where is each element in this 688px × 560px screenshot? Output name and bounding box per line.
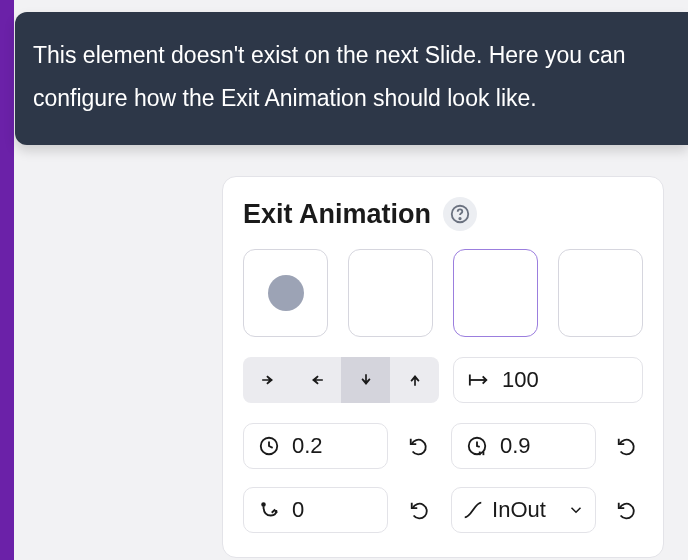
duration-field[interactable]: 0.2 — [243, 423, 388, 469]
animation-type-option-4[interactable] — [558, 249, 643, 337]
svg-point-1 — [459, 218, 460, 219]
delay-value: 0.9 — [500, 433, 581, 459]
animation-type-fade[interactable] — [243, 249, 328, 337]
exit-animation-panel: Exit Animation — [222, 176, 664, 558]
tooltip-text: This element doesn't exist on the next S… — [33, 42, 626, 111]
reset-easing[interactable] — [612, 494, 643, 526]
chevron-down-icon — [567, 501, 585, 519]
reset-delay[interactable] — [612, 430, 643, 462]
bounce-icon — [258, 499, 280, 521]
animation-type-option-2[interactable] — [348, 249, 433, 337]
panel-title: Exit Animation — [243, 199, 431, 230]
bounces-value: 0 — [292, 497, 373, 523]
delay-field[interactable]: 0.9 — [451, 423, 596, 469]
bounces-field[interactable]: 0 — [243, 487, 388, 533]
app-accent-bar — [0, 0, 14, 560]
distance-value: 100 — [502, 367, 539, 393]
clock-icon — [258, 435, 280, 457]
help-icon[interactable] — [443, 197, 477, 231]
clock-pause-icon — [466, 435, 488, 457]
distance-icon — [468, 370, 490, 390]
circle-icon — [268, 275, 304, 311]
panel-header: Exit Animation — [243, 197, 643, 231]
tooltip: This element doesn't exist on the next S… — [15, 12, 688, 145]
easing-curve-icon — [462, 499, 484, 521]
direction-right[interactable] — [243, 357, 292, 403]
direction-group — [243, 357, 439, 403]
direction-up[interactable] — [390, 357, 439, 403]
animation-type-row — [243, 249, 643, 337]
animation-type-option-3[interactable] — [453, 249, 538, 337]
easing-value: InOut — [492, 497, 559, 523]
direction-left[interactable] — [292, 357, 341, 403]
direction-down[interactable] — [341, 357, 390, 403]
duration-value: 0.2 — [292, 433, 373, 459]
easing-field[interactable]: InOut — [451, 487, 596, 533]
svg-point-8 — [262, 503, 265, 506]
distance-field[interactable]: 100 — [453, 357, 643, 403]
reset-duration[interactable] — [404, 430, 435, 462]
reset-bounces[interactable] — [404, 494, 435, 526]
